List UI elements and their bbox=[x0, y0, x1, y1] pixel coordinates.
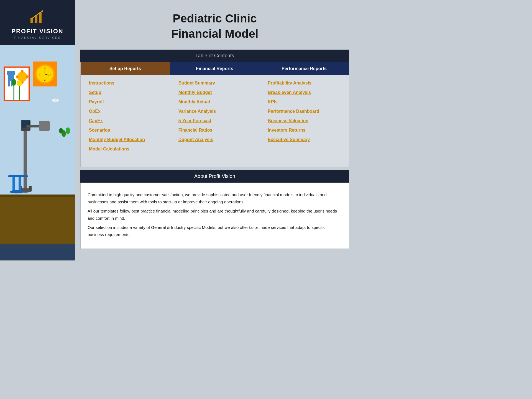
about-paragraph-2: All our templates follow best practice f… bbox=[88, 208, 342, 222]
svg-text:6: 6 bbox=[44, 79, 46, 81]
performance-column: Performance Reports Profitability Analys… bbox=[259, 62, 349, 167]
setup-links: Instructions Setup Payroll OpEx CapEx Sc… bbox=[81, 75, 170, 157]
link-setup[interactable]: Setup bbox=[89, 90, 162, 95]
performance-header: Performance Reports bbox=[259, 62, 349, 75]
link-5-year-forecast[interactable]: 5-Year Forecast bbox=[178, 118, 251, 123]
svg-rect-38 bbox=[29, 186, 32, 190]
toc-header: Table of Contents bbox=[80, 50, 349, 62]
link-performance-dashboard[interactable]: Performance Dashboard bbox=[268, 109, 341, 114]
sidebar: PROFIT VISION FINANCIAL SERVICES bbox=[0, 0, 75, 260]
svg-rect-30 bbox=[24, 128, 27, 189]
svg-text:12: 12 bbox=[44, 66, 46, 69]
svg-rect-48 bbox=[0, 195, 75, 244]
link-payroll[interactable]: Payroll bbox=[89, 99, 162, 104]
svg-point-13 bbox=[21, 70, 24, 73]
link-kpis[interactable]: KPIs bbox=[268, 99, 341, 104]
svg-text:3: 3 bbox=[50, 73, 51, 76]
svg-point-46 bbox=[66, 127, 70, 134]
performance-links: Profitability Analysis Break-even Analys… bbox=[259, 75, 349, 148]
page-title: Pediatric Clinic Financial Model bbox=[80, 11, 349, 41]
link-break-even-analysis[interactable]: Break-even Analysis bbox=[268, 90, 341, 95]
svg-rect-49 bbox=[0, 195, 75, 197]
link-model-calculations[interactable]: Model Calculations bbox=[89, 147, 162, 152]
svg-point-44 bbox=[54, 98, 57, 103]
logo-area: PROFIT VISION FINANCIAL SERVICES bbox=[6, 0, 69, 45]
link-executive-summary[interactable]: Executive Summary bbox=[268, 137, 341, 142]
link-scenarios[interactable]: Scenarios bbox=[89, 128, 162, 133]
main-content: Pediatric Clinic Financial Model Table o… bbox=[75, 0, 355, 260]
svg-point-42 bbox=[10, 190, 24, 193]
link-monthly-budget[interactable]: Monthly Budget bbox=[178, 90, 251, 95]
financial-header: Financial Reports bbox=[170, 62, 259, 75]
svg-rect-41 bbox=[19, 177, 21, 191]
about-paragraph-1: Committed to high quality and customer s… bbox=[88, 191, 342, 205]
svg-point-47 bbox=[59, 128, 63, 134]
financial-links: Budget Summary Monthly Budget Monthly Ac… bbox=[170, 75, 259, 148]
link-budget-summary[interactable]: Budget Summary bbox=[178, 81, 251, 86]
link-business-valuation[interactable]: Business Valuation bbox=[268, 118, 341, 123]
svg-text:9: 9 bbox=[39, 73, 40, 76]
svg-point-20 bbox=[17, 80, 22, 86]
logo-icon bbox=[29, 8, 46, 25]
svg-point-16 bbox=[26, 75, 29, 78]
link-capex[interactable]: CapEx bbox=[89, 118, 162, 123]
svg-point-12 bbox=[17, 72, 27, 82]
sidebar-image: 12 3 6 9 bbox=[0, 45, 75, 260]
svg-point-18 bbox=[12, 79, 16, 86]
toc-section: Table of Contents Set up Reports Instruc… bbox=[75, 50, 355, 260]
setup-header: Set up Reports bbox=[81, 62, 170, 75]
about-content: Committed to high quality and customer s… bbox=[80, 183, 349, 249]
brand-subtitle: FINANCIAL SERVICES bbox=[14, 36, 61, 39]
link-variance-analysis[interactable]: Variance Analysis bbox=[178, 109, 251, 114]
about-paragraph-3: Our selection includes a variety of Gene… bbox=[88, 224, 342, 238]
svg-rect-9 bbox=[7, 71, 15, 75]
link-monthly-actual[interactable]: Monthly Actual bbox=[178, 99, 251, 104]
financial-column: Financial Reports Budget Summary Monthly… bbox=[170, 62, 260, 167]
link-financial-ratios[interactable]: Financial Ratios bbox=[178, 128, 251, 133]
toc-columns: Set up Reports Instructions Setup Payrol… bbox=[80, 62, 349, 167]
svg-rect-10 bbox=[8, 81, 10, 86]
svg-rect-40 bbox=[12, 177, 15, 191]
link-opex[interactable]: OpEx bbox=[89, 109, 162, 114]
link-monthly-budget-allocation[interactable]: Monthly Budget Allocation bbox=[89, 137, 162, 142]
svg-rect-2 bbox=[39, 12, 42, 23]
link-dupont-analysis[interactable]: Dupont Analysis bbox=[178, 137, 251, 142]
svg-rect-39 bbox=[8, 175, 28, 177]
about-section: About Profit Vision Committed to high qu… bbox=[80, 170, 349, 249]
setup-column: Set up Reports Instructions Setup Payrol… bbox=[81, 62, 170, 167]
link-instructions[interactable]: Instructions bbox=[89, 81, 162, 86]
svg-rect-35 bbox=[39, 121, 50, 131]
page-header: Pediatric Clinic Financial Model bbox=[75, 0, 355, 50]
link-profitability-analysis[interactable]: Profitability Analysis bbox=[268, 81, 341, 86]
svg-point-15 bbox=[16, 75, 19, 78]
link-investors-returns[interactable]: Investors Returns bbox=[268, 128, 341, 133]
brand-name: PROFIT VISION bbox=[11, 28, 63, 35]
about-header: About Profit Vision bbox=[80, 170, 349, 183]
